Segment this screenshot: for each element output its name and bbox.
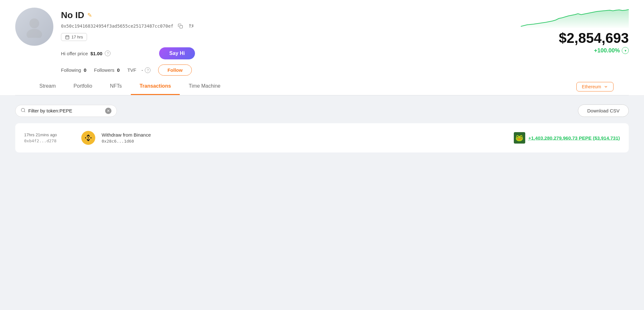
profile-top: No ID ✎ 0x50c194168324954f3ad5655ce25173… bbox=[15, 8, 629, 76]
tab-stream[interactable]: Stream bbox=[30, 78, 65, 95]
svg-point-1 bbox=[27, 29, 42, 38]
tvf-label: TVF bbox=[127, 67, 136, 73]
filter-row: ✕ Download CSV bbox=[15, 104, 629, 117]
network-select-value: Ethereum bbox=[582, 84, 601, 89]
search-bar: ✕ bbox=[15, 105, 117, 117]
tx-action: Withdraw from Binance bbox=[102, 132, 507, 138]
tx-hash: 0xb4f2...d278 bbox=[24, 138, 75, 143]
tab-transactions[interactable]: Transactions bbox=[131, 78, 180, 95]
search-icon bbox=[21, 108, 26, 114]
hi-offer-info-icon[interactable]: ? bbox=[105, 51, 111, 56]
profile-header: No ID ✎ 0x50c194168324954f3ad5655ce25173… bbox=[0, 0, 644, 96]
followers-label: Followers bbox=[94, 67, 114, 73]
search-input[interactable] bbox=[28, 108, 103, 113]
tvf-info-icon[interactable]: ? bbox=[145, 67, 151, 73]
following-count: 0 bbox=[84, 67, 86, 73]
clear-search-button[interactable]: ✕ bbox=[105, 108, 111, 114]
transaction-list: 17hrs 21mins ago 0xb4f2...d278 Withdraw … bbox=[15, 123, 629, 152]
profile-name: No ID bbox=[61, 10, 84, 20]
profile-actions: Hi offer price $1.00 ? Say Hi bbox=[61, 41, 195, 59]
following-label: Following bbox=[61, 67, 81, 73]
social-row: Following 0 Followers 0 TVF - ? Foll bbox=[61, 59, 195, 76]
follow-button[interactable]: Follow bbox=[158, 64, 192, 76]
svg-rect-3 bbox=[66, 36, 69, 39]
tabs-row: Stream Portfolio NFTs Transactions Time … bbox=[15, 78, 629, 95]
main-content: ✕ Download CSV 17hrs 21mins ago 0xb4f2..… bbox=[0, 96, 644, 161]
wallet-address: 0x50c194168324954f3ad5655ce25173487cc070… bbox=[61, 24, 173, 29]
tab-time-machine[interactable]: Time Machine bbox=[180, 78, 229, 95]
edit-icon[interactable]: ✎ bbox=[87, 12, 92, 19]
portfolio-value-area: $2,854,693 +100.00% ▾ bbox=[521, 8, 629, 54]
network-select[interactable]: Ethereum bbox=[576, 82, 614, 91]
tx-description: Withdraw from Binance 0x28c6...1d60 bbox=[102, 132, 507, 144]
portfolio-change: +100.00% ▾ bbox=[521, 47, 629, 54]
download-csv-button[interactable]: Download CSV bbox=[578, 104, 629, 117]
hi-offer-label: Hi offer price bbox=[61, 51, 88, 56]
portfolio-amount: $2,854,693 bbox=[521, 30, 629, 46]
token-icon: 🐸 bbox=[514, 132, 525, 144]
qr-code-button[interactable] bbox=[187, 23, 195, 29]
tvf-item: TVF - ? bbox=[127, 67, 151, 73]
profile-name-row: No ID ✎ bbox=[61, 10, 195, 20]
following-item: Following 0 bbox=[61, 67, 86, 73]
tx-token: 🐸 +1,403,280,279,960.73 PEPE ($3,914,731… bbox=[514, 132, 620, 144]
time-badge: 17 hrs bbox=[61, 33, 87, 41]
tx-time-hash: 17hrs 21mins ago 0xb4f2...d278 bbox=[24, 132, 75, 143]
hi-offer-row: Hi offer price $1.00 ? bbox=[61, 51, 111, 56]
wallet-address-row: 0x50c194168324954f3ad5655ce25173487cc070… bbox=[61, 23, 195, 29]
page-wrapper: No ID ✎ 0x50c194168324954f3ad5655ce25173… bbox=[0, 0, 644, 310]
tab-nfts[interactable]: NFTs bbox=[101, 78, 131, 95]
svg-point-0 bbox=[30, 18, 39, 28]
avatar bbox=[15, 8, 53, 46]
tx-amount[interactable]: +1,403,280,279,960.73 PEPE ($3,914,731) bbox=[528, 135, 620, 141]
mini-chart bbox=[521, 9, 629, 28]
table-row: 17hrs 21mins ago 0xb4f2...d278 Withdraw … bbox=[24, 131, 620, 145]
followers-count: 0 bbox=[117, 67, 120, 73]
say-hi-button[interactable]: Say Hi bbox=[159, 47, 195, 59]
copy-address-button[interactable] bbox=[177, 23, 184, 29]
followers-item: Followers 0 bbox=[94, 67, 120, 73]
svg-line-8 bbox=[24, 111, 25, 112]
profile-left: No ID ✎ 0x50c194168324954f3ad5655ce25173… bbox=[15, 8, 195, 76]
time-badge-value: 17 hrs bbox=[71, 35, 83, 39]
hi-offer-price: $1.00 bbox=[91, 51, 103, 56]
tvf-value: - bbox=[141, 67, 143, 73]
tx-time: 17hrs 21mins ago bbox=[24, 132, 75, 137]
tx-sub-address: 0x28c6...1d60 bbox=[102, 139, 507, 144]
portfolio-change-value: +100.00% bbox=[594, 47, 620, 54]
svg-rect-2 bbox=[180, 25, 183, 28]
tabs-left: Stream Portfolio NFTs Transactions Time … bbox=[30, 78, 229, 95]
svg-point-7 bbox=[21, 108, 25, 112]
change-dropdown-icon[interactable]: ▾ bbox=[622, 47, 629, 54]
profile-info: No ID ✎ 0x50c194168324954f3ad5655ce25173… bbox=[61, 8, 195, 76]
tab-portfolio[interactable]: Portfolio bbox=[65, 78, 101, 95]
tx-protocol-icon bbox=[81, 131, 95, 145]
